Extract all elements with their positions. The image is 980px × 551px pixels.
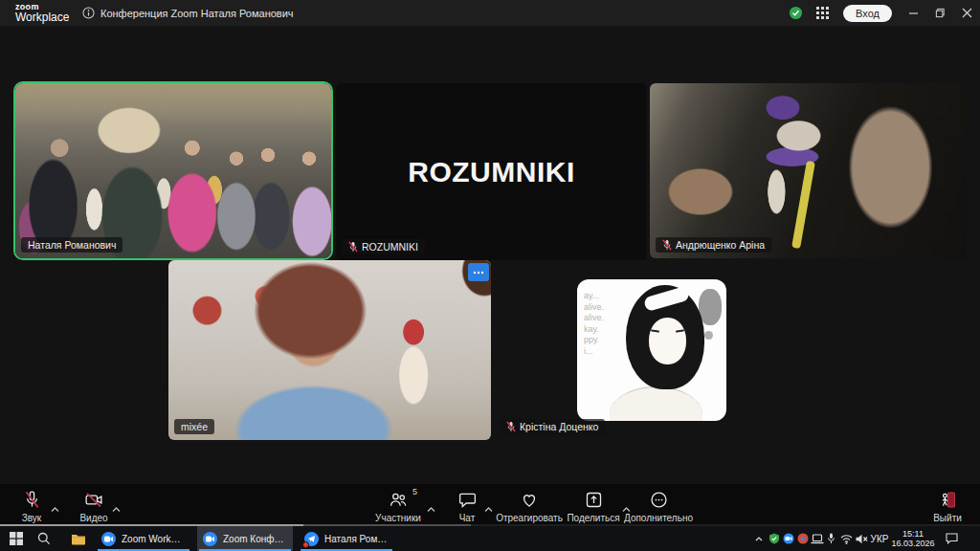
more-label: Дополнительно: [624, 513, 693, 523]
manga-decor-dot: [704, 331, 713, 340]
window-title: Zoom Workplace: [122, 534, 186, 544]
tray-antivirus-icon[interactable]: [768, 526, 781, 551]
ellipsis-icon: [473, 271, 484, 275]
leave-button[interactable]: Выйти: [924, 490, 970, 523]
participants-icon: 5: [388, 490, 409, 510]
notification-badge: [302, 541, 309, 548]
tray-laptop-icon[interactable]: [810, 526, 825, 551]
manga-shoulders: [610, 386, 702, 421]
share-screen-icon: [584, 490, 604, 510]
hidden-icons-chevron[interactable]: [752, 526, 766, 551]
action-center-button[interactable]: [942, 526, 961, 551]
participant-name-label: Крістіна Доценко: [500, 419, 605, 434]
chat-button[interactable]: Чат: [448, 490, 486, 523]
participant-name-label: ROZUMNIKI: [342, 239, 425, 254]
start-button[interactable]: [6, 526, 27, 551]
participants-count: 5: [412, 487, 417, 496]
react-button[interactable]: Отреагировать: [498, 490, 561, 523]
video-tile-natalya-romanovych[interactable]: Наталя Романович: [13, 81, 333, 260]
zoom-app-icon: [101, 532, 116, 546]
manga-text-line: ay...: [584, 291, 604, 302]
file-explorer-button[interactable]: [67, 526, 90, 551]
participant-name: Наталя Романович: [28, 239, 116, 251]
taskbar-window-zoom-workplace[interactable]: Zoom Workplace: [96, 526, 191, 551]
participant-name: ROZUMNIKI: [362, 241, 418, 253]
titlebar: zoom Workplace Конференция Zoom Наталя Р…: [0, 0, 980, 26]
participant-display-name: ROZUMNIKI: [336, 83, 647, 260]
participant-name-label: mixée: [174, 419, 214, 434]
participant-name: Андрющенко Аріна: [676, 239, 765, 251]
video-feed: [168, 260, 491, 440]
titlebar-controls: Вход: [782, 0, 980, 26]
login-button[interactable]: Вход: [843, 5, 892, 22]
info-icon[interactable]: [82, 7, 95, 19]
clock-time: 15:11: [890, 529, 936, 539]
video-label: Видео: [79, 513, 107, 523]
language-indicator[interactable]: УКР: [867, 526, 892, 551]
taskbar-search-button[interactable]: [33, 526, 56, 551]
camera-muted-icon: [83, 490, 104, 510]
audio-options-chevron[interactable]: [51, 499, 59, 517]
messenger-app-icon: [304, 532, 319, 546]
taskbar-window-zoom-meeting[interactable]: Zoom Конференц...: [197, 526, 293, 551]
security-shield-icon[interactable]: [782, 0, 809, 26]
tray-zoom-icon[interactable]: [782, 526, 795, 551]
tray-network-icon[interactable]: [838, 526, 854, 551]
manga-text-line: kay.: [584, 324, 604, 336]
window-title: Наталя Романови...: [324, 534, 389, 544]
apps-grid-icon[interactable]: [809, 0, 835, 26]
leave-door-icon: [937, 490, 958, 510]
manga-eye: [676, 329, 684, 332]
window-title: Zoom Конференц...: [223, 534, 287, 544]
audio-button[interactable]: Звук: [10, 490, 54, 523]
tile-more-options-button[interactable]: [468, 263, 489, 281]
manga-text-line: alive.: [584, 313, 604, 324]
video-tile-rozumniki[interactable]: ROZUMNIKI ROZUMNIKI: [336, 83, 647, 260]
folder-icon: [71, 533, 86, 545]
manga-text-line: i...: [584, 346, 604, 358]
chat-bubble-icon: [457, 490, 478, 510]
participants-options-chevron[interactable]: [427, 499, 435, 517]
participants-label: Участники: [375, 513, 421, 523]
windows-taskbar: Zoom Workplace Zoom Конференц... Наталя …: [0, 526, 980, 551]
manga-text-line: alive.: [584, 302, 604, 314]
muted-mic-icon: [506, 421, 516, 432]
muted-mic-icon: [348, 241, 358, 253]
react-label: Отреагировать: [496, 513, 563, 523]
microphone-muted-icon: [22, 490, 42, 510]
heart-icon: [519, 490, 540, 510]
manga-text-line: ppy.: [584, 335, 604, 346]
video-tile-mixee[interactable]: mixée: [168, 260, 491, 440]
share-screen-button[interactable]: Поделиться: [567, 490, 620, 523]
share-label: Поделиться: [567, 513, 619, 523]
participant-name-label: Андрющенко Аріна: [656, 237, 771, 253]
zoom-app-icon: [203, 532, 217, 546]
taskbar-clock[interactable]: 15:11 16.03.2026: [890, 529, 936, 548]
video-options-chevron[interactable]: [112, 499, 121, 517]
meeting-toolbar: Звук Видео 5 Участники: [0, 484, 980, 524]
video-tile-kristina-dotsenko[interactable]: ay... alive. alive. kay. ppy. i...: [494, 260, 810, 440]
participant-name: mixée: [181, 421, 208, 432]
video-button[interactable]: Видео: [71, 490, 117, 523]
video-gallery: Наталя Романович ROZUMNIKI ROZUMNIKI Анд…: [0, 26, 980, 484]
restore-window-button[interactable]: [926, 0, 953, 26]
minimize-button[interactable]: [900, 0, 926, 26]
muted-mic-icon: [662, 239, 672, 251]
tray-browser-icon[interactable]: [796, 526, 810, 551]
tray-microphone-icon[interactable]: [825, 526, 837, 551]
close-button[interactable]: [953, 0, 980, 26]
meeting-title: Конференция Zoom Наталя Романович: [100, 8, 294, 19]
manga-avatar-image: ay... alive. alive. kay. ppy. i...: [577, 279, 726, 421]
chat-label: Чат: [459, 513, 476, 523]
search-icon: [37, 532, 51, 545]
chat-options-chevron[interactable]: [484, 499, 493, 517]
windows-logo-icon: [10, 532, 23, 545]
manga-eye: [651, 329, 659, 332]
taskbar-window-natalya-chat[interactable]: Наталя Романови...: [299, 526, 394, 551]
more-button[interactable]: Дополнительно: [624, 490, 693, 523]
video-tile-andriushchenko-arina[interactable]: Андрющенко Аріна: [650, 83, 967, 258]
meeting-info: Конференция Zoom Наталя Романович: [82, 0, 294, 26]
audio-label: Звук: [22, 513, 42, 523]
participants-button[interactable]: 5 Участники: [371, 490, 425, 523]
manga-text-lines: ay... alive. alive. kay. ppy. i...: [584, 291, 604, 357]
